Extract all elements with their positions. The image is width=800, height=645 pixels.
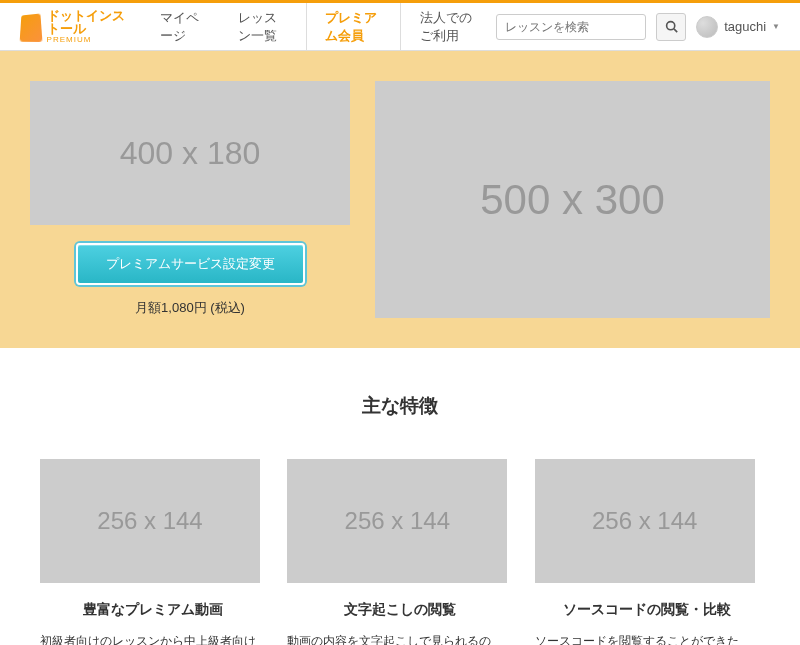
feature-desc: 初級者向けのレッスンから中上級者向けのレッスンまで、すべての動画を見ることができ…	[40, 631, 265, 645]
logo-cube-icon	[20, 13, 42, 41]
logo-subtitle: PREMIUM	[47, 35, 133, 44]
feature-item: 256 x 144 ソースコードの閲覧・比較 ソースコードを閲覧することができた…	[535, 459, 760, 645]
hero-image-right: 500 x 300	[375, 81, 770, 318]
search-input[interactable]	[496, 14, 646, 40]
nav-business[interactable]: 法人でのご利用	[401, 3, 496, 50]
premium-price: 月額1,080円 (税込)	[135, 299, 245, 317]
feature-item: 256 x 144 豊富なプレミアム動画 初級者向けのレッスンから中上級者向けの…	[40, 459, 265, 645]
user-menu[interactable]: taguchi ▼	[696, 16, 780, 38]
username: taguchi	[724, 19, 766, 34]
feature-title: 豊富なプレミアム動画	[40, 601, 265, 619]
feature-image: 256 x 144	[287, 459, 507, 583]
feature-desc: 動画の内容を文字起こしで見られるので、音声が再生できない状況でも学習できるように…	[287, 631, 512, 645]
hero-section: 400 x 180 プレミアムサービス設定変更 月額1,080円 (税込) 50…	[0, 51, 800, 348]
nav-lessons[interactable]: レッスン一覧	[219, 3, 306, 50]
logo[interactable]: ドットインストール PREMIUM	[20, 9, 133, 44]
main-nav: マイページ レッスン一覧 プレミアム会員 法人でのご利用	[141, 3, 497, 50]
feature-item: 256 x 144 文字起こしの閲覧 動画の内容を文字起こしで見られるので、音声…	[287, 459, 512, 645]
feature-image: 256 x 144	[535, 459, 755, 583]
feature-desc: ソースコードを閲覧することができたり、自分で書いたコードと比較することができるよ…	[535, 631, 760, 645]
feature-title: ソースコードの閲覧・比較	[535, 601, 760, 619]
feature-image: 256 x 144	[40, 459, 260, 583]
logo-title: ドットインストール	[47, 9, 133, 35]
feature-title: 文字起こしの閲覧	[287, 601, 512, 619]
search-button[interactable]	[656, 13, 686, 41]
nav-premium[interactable]: プレミアム会員	[306, 3, 401, 50]
main-header: ドットインストール PREMIUM マイページ レッスン一覧 プレミアム会員 法…	[0, 3, 800, 51]
svg-line-1	[674, 29, 677, 32]
caret-down-icon: ▼	[772, 22, 780, 31]
premium-settings-button[interactable]: プレミアムサービス設定変更	[76, 243, 305, 285]
features-grid: 256 x 144 豊富なプレミアム動画 初級者向けのレッスンから中上級者向けの…	[0, 459, 800, 645]
svg-point-0	[666, 22, 674, 30]
nav-mypage[interactable]: マイページ	[141, 3, 220, 50]
features-heading: 主な特徴	[0, 393, 800, 419]
search-icon	[665, 20, 678, 33]
hero-image-left: 400 x 180	[30, 81, 350, 225]
avatar	[696, 16, 718, 38]
